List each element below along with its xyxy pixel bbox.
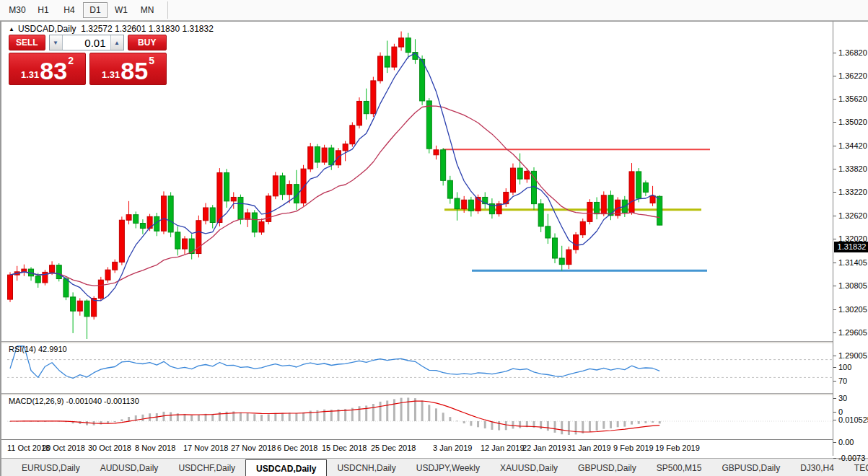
candle — [56, 265, 61, 279]
chart-tab-gbpusd[interactable]: GBPUSD,Daily — [711, 459, 790, 476]
candle — [273, 176, 278, 196]
chart-tab-gbpusd[interactable]: GBPUSD,Daily — [568, 459, 646, 476]
candle — [559, 258, 564, 265]
candle — [113, 262, 118, 270]
buy-price-box[interactable]: 1.31 85 5 — [89, 53, 167, 85]
macd-bar — [100, 421, 102, 425]
volume-increase-button[interactable]: ▲ — [110, 35, 123, 50]
macd-bar — [463, 421, 465, 423]
price-axis[interactable]: 1.368201.362201.356201.350201.344201.338… — [833, 22, 868, 456]
price-tick-label: 1.33820 — [838, 164, 867, 173]
macd-bar — [365, 405, 367, 421]
macd-bar — [568, 421, 570, 435]
macd-bar — [484, 421, 486, 428]
axis-tick-mark — [833, 146, 836, 146]
candle — [462, 200, 467, 208]
candle — [126, 215, 131, 221]
macd-indicator-label: MACD(12,26,9) -0.001040 -0.001130 — [9, 397, 139, 405]
axis-tick-mark — [833, 286, 836, 286]
macd-bar — [442, 413, 444, 421]
candle — [545, 226, 551, 238]
timeframe-button-m30[interactable]: M30 — [5, 2, 30, 18]
axis-tick-mark — [833, 420, 836, 420]
candle — [203, 208, 209, 221]
rsi-line — [10, 346, 659, 379]
date-tick-label: 19 Feb 2019 — [655, 444, 700, 452]
candle — [399, 38, 404, 47]
candle — [525, 171, 530, 179]
sell-button[interactable]: SELL — [9, 35, 45, 50]
current-price-badge: 1.31832 — [834, 242, 868, 252]
volume-input[interactable] — [63, 35, 110, 50]
candle — [441, 150, 446, 181]
axis-tick-mark — [833, 309, 836, 310]
symbol-timeframe-label: USDCAD,Daily — [18, 24, 76, 34]
rsi-tick-label: 30 — [838, 394, 847, 402]
macd-bar — [386, 400, 388, 421]
macd-bar — [414, 398, 416, 421]
candle — [50, 265, 55, 273]
timeframe-button-h4[interactable]: H4 — [57, 2, 82, 18]
candle — [553, 238, 558, 258]
chart-tab-dj30[interactable]: DJ30,H4 — [790, 459, 844, 476]
chart-tab-usdcnh[interactable]: USDCNH,Daily — [327, 459, 405, 476]
sell-price-box[interactable]: 1.31 83 2 — [9, 53, 86, 85]
main-chart-pane[interactable]: ▲USDCAD,Daily 1.32572 1.32601 1.31830 1.… — [1, 22, 833, 341]
volume-decrease-button[interactable]: ▼ — [50, 35, 63, 50]
chart-tab-usdcad[interactable]: USDCAD,Daily — [245, 459, 327, 476]
price-tick-label: 1.29605 — [838, 328, 867, 337]
timeframe-button-h1[interactable]: H1 — [31, 2, 56, 18]
date-tick-label: 8 Nov 2018 — [135, 444, 175, 452]
candle — [63, 279, 69, 297]
macd-bar — [596, 421, 598, 431]
candle — [343, 144, 348, 151]
candle — [92, 298, 97, 316]
candle — [357, 101, 362, 125]
candle — [105, 270, 110, 280]
timeframe-button-d1[interactable]: D1 — [83, 2, 108, 18]
macd-bar — [253, 414, 255, 421]
macd-bar — [623, 421, 626, 427]
axis-tick-mark — [833, 53, 836, 53]
rsi-pane[interactable]: RSI(14) 42.9910 — [1, 343, 833, 393]
chart-tab-audusd[interactable]: AUDUSD,Daily — [90, 459, 169, 476]
buy-button[interactable]: BUY — [128, 35, 167, 50]
macd-bar — [198, 415, 200, 421]
macd-bar — [247, 413, 249, 421]
price-tick-label: 1.36220 — [838, 71, 867, 80]
macd-bar — [540, 421, 542, 429]
collapse-triangle-icon[interactable]: ▲ — [9, 26, 14, 32]
price-tick-label: 1.30205 — [838, 305, 867, 314]
chart-tab-usdjpy[interactable]: USDJPY,Weekly — [406, 459, 490, 476]
date-tick-label: 12 Jan 2019 — [481, 444, 525, 452]
macd-bar — [652, 421, 654, 423]
candle — [217, 173, 222, 223]
macd-bar — [498, 421, 500, 431]
axis-tick-mark — [833, 122, 836, 123]
date-axis[interactable]: 11 Oct 201820 Oct 201830 Oct 20188 Nov 2… — [1, 439, 833, 456]
axis-tick-mark — [833, 216, 836, 216]
price-tick-label: 1.29005 — [838, 351, 867, 360]
macd-tick-label: 0.010525 — [838, 415, 868, 424]
chart-tab-eurusd[interactable]: EURUSD,Daily — [12, 459, 90, 476]
chart-tab-sp500[interactable]: SP500,M15 — [646, 459, 712, 476]
timeframe-button-mn[interactable]: MN — [135, 2, 159, 18]
rsi-tick-label: 70 — [838, 376, 847, 385]
timeframe-button-w1[interactable]: W1 — [109, 2, 133, 18]
candle — [322, 148, 327, 162]
price-tick-label: 1.34420 — [838, 141, 867, 150]
macd-bar — [589, 421, 591, 431]
chart-header: ▲USDCAD,Daily 1.32572 1.32601 1.31830 1.… — [9, 24, 214, 34]
price-tick-label: 1.32620 — [838, 211, 867, 220]
macd-pane[interactable]: MACD(12,26,9) -0.001040 -0.001130 — [1, 395, 833, 439]
macd-tick-label: 0.00 — [838, 438, 854, 446]
candle — [252, 213, 257, 232]
candle — [8, 275, 13, 299]
candle — [636, 172, 641, 198]
chart-tab-usdchf[interactable]: USDCHF,Daily — [168, 459, 245, 476]
macd-bar — [380, 402, 382, 421]
price-tick-label: 1.36820 — [838, 48, 867, 57]
date-tick-label: 15 Dec 2018 — [322, 444, 367, 452]
chart-tab-xauusd[interactable]: XAUUSD,Daily — [490, 459, 568, 476]
price-tick-label: 1.35020 — [838, 118, 867, 126]
